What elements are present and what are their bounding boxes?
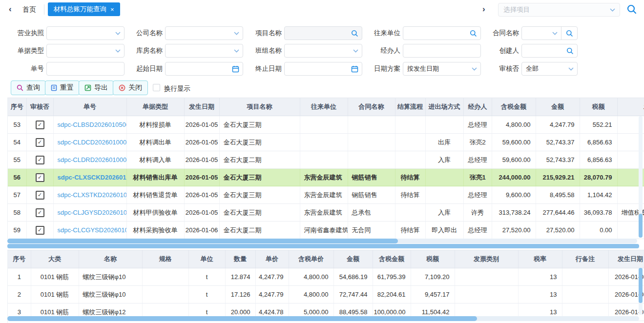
- contract-name-select[interactable]: [521, 26, 578, 40]
- cell: 材料调出单: [126, 134, 184, 151]
- row-checkbox[interactable]: ✓: [36, 191, 44, 200]
- column-header: 金额: [333, 250, 373, 268]
- table-row[interactable]: 20101 钢筋螺纹三级钢φ10t17.1264,247.794,800.007…: [8, 286, 644, 303]
- table-row[interactable]: 57✓sdpc-CLXSTKD20260105材料销售退货单2026-01-05…: [8, 186, 644, 204]
- cell: 54,686.19: [333, 268, 373, 286]
- forward-chevron-icon[interactable]: ›: [482, 4, 485, 14]
- document-no-label: 单号: [6, 62, 44, 76]
- row-checkbox[interactable]: ✓: [36, 173, 44, 182]
- search-icon[interactable]: [561, 30, 577, 37]
- start-date-input[interactable]: [165, 62, 243, 76]
- start-date-label: 起始日期: [125, 62, 163, 76]
- cell: 4,247.79: [536, 116, 580, 134]
- chevron-down-icon[interactable]: [234, 32, 239, 35]
- tab-material-ledger-query[interactable]: 材料总账万能查询 ×: [48, 2, 120, 16]
- horizontal-scrollbar[interactable]: [7, 316, 639, 321]
- back-chevron-icon[interactable]: ‹: [9, 4, 12, 14]
- search-icon[interactable]: [470, 30, 477, 37]
- document-no-input[interactable]: [46, 62, 125, 76]
- project-name-input[interactable]: [284, 26, 362, 40]
- cell: 金石大厦二期: [219, 222, 300, 239]
- audit-status-label: 审核否: [481, 62, 519, 76]
- table-row[interactable]: 55✓sdpc-CLDRD2026010000材料调入单2026-01-05金石…: [8, 151, 644, 169]
- project-select[interactable]: 选择项目: [498, 3, 620, 17]
- reset-button[interactable]: 重置: [45, 81, 80, 95]
- table-row[interactable]: 58✓sdpc-CLJGYSD20260105材料甲供验收单2026-01-05…: [8, 204, 644, 222]
- chevron-down-icon[interactable]: [353, 49, 358, 53]
- wrap-display-checkbox[interactable]: [153, 84, 160, 91]
- row-checkbox[interactable]: ✓: [36, 226, 44, 235]
- calendar-icon[interactable]: [351, 65, 358, 73]
- chevron-down-icon[interactable]: [115, 49, 121, 53]
- tab-divider: [44, 4, 44, 15]
- document-number-link[interactable]: sdpc-CLJGYSD20260105: [58, 209, 127, 216]
- document-number-link[interactable]: sdpc-CLCGYSD20260106: [58, 226, 127, 234]
- vertical-scrollbar[interactable]: [639, 116, 643, 238]
- row-checkbox[interactable]: ✓: [36, 208, 44, 217]
- search-icon[interactable]: [351, 30, 358, 37]
- row-checkbox[interactable]: ✓: [36, 156, 44, 164]
- table-row[interactable]: 54✓sdpc-CLDCD2026010000材料调出单2026-01-05金石…: [8, 134, 644, 151]
- cell: 4,800.00: [289, 268, 333, 286]
- close-button[interactable]: 关闭: [113, 81, 148, 95]
- counterparty-input[interactable]: [403, 26, 481, 40]
- business-license-select[interactable]: [46, 26, 125, 40]
- vertical-scrollbar[interactable]: [639, 268, 643, 315]
- cell: 53: [8, 116, 26, 134]
- cell: 东营金辰建筑: [300, 204, 348, 222]
- cell: sdpc-CLBSD2026010500: [53, 116, 126, 134]
- table-row[interactable]: 59✓sdpc-CLCGYSD20260106材料采购验收单2026-01-06…: [8, 222, 644, 239]
- scrollbar-thumb[interactable]: [7, 239, 398, 243]
- chevron-down-icon[interactable]: [552, 32, 558, 35]
- search-icon[interactable]: [626, 4, 637, 15]
- date-scheme-select[interactable]: 按发生日期: [403, 62, 481, 76]
- cell: 张亮1: [463, 169, 492, 186]
- scrollbar-thumb[interactable]: [7, 316, 477, 321]
- table-row[interactable]: 53✓sdpc-CLBSD2026010500材料报损单2026-01-05金石…: [8, 116, 644, 134]
- chevron-down-icon[interactable]: [115, 32, 121, 35]
- document-number-link[interactable]: sdpc-CLDRD2026010000: [58, 156, 127, 163]
- cell: [300, 116, 348, 134]
- company-name-select[interactable]: [165, 26, 243, 40]
- cell: 59: [8, 222, 26, 239]
- close-icon[interactable]: ×: [110, 6, 114, 13]
- creator-input[interactable]: [521, 44, 578, 58]
- row-checkbox[interactable]: ✓: [36, 121, 44, 129]
- cell: ✓: [26, 204, 53, 222]
- cell: 4,800.00: [492, 116, 536, 134]
- calendar-icon[interactable]: [232, 65, 239, 73]
- column-header: 序号: [8, 250, 31, 268]
- cell: 材料销售退货单: [126, 186, 184, 204]
- tab-home[interactable]: 首页: [22, 5, 36, 14]
- tab-label: 材料总账万能查询: [54, 5, 106, 14]
- table-row[interactable]: 10101 钢筋螺纹三级钢φ10t12.8744,247.794,800.005…: [8, 268, 644, 286]
- row-checkbox[interactable]: ✓: [36, 138, 44, 147]
- chevron-down-icon[interactable]: [472, 67, 477, 71]
- document-number-link[interactable]: sdpc-CLXSTKD20260105: [58, 191, 127, 199]
- chevron-down-icon[interactable]: [610, 8, 615, 12]
- handler-input[interactable]: [403, 44, 481, 58]
- cell: 82,204.61: [373, 286, 411, 303]
- scrollbar-thumb[interactable]: [639, 214, 643, 238]
- cell: 总经理: [463, 186, 492, 204]
- document-type-select[interactable]: [46, 44, 125, 58]
- chevron-down-icon[interactable]: [234, 49, 239, 53]
- table-splitter[interactable]: [7, 244, 639, 248]
- document-number-link[interactable]: sdpc-CLDCD2026010000: [58, 139, 127, 146]
- scrollbar-thumb[interactable]: [639, 268, 643, 303]
- cell: 72,747.44: [333, 286, 373, 303]
- table-row[interactable]: 56✓sdpc-CLXSCKD20260105材料销售出库单2026-01-05…: [8, 169, 644, 186]
- audit-status-select[interactable]: 全部: [521, 62, 578, 76]
- end-date-input[interactable]: [284, 62, 362, 76]
- chevron-down-icon[interactable]: [568, 67, 574, 71]
- export-button[interactable]: 导出: [79, 81, 114, 95]
- document-number-link[interactable]: sdpc-CLXSCKD20260105: [58, 174, 127, 181]
- document-number-link[interactable]: sdpc-CLBSD2026010500: [58, 121, 127, 128]
- warehouse-name-select[interactable]: [165, 44, 243, 58]
- horizontal-scrollbar[interactable]: [7, 239, 637, 243]
- query-button[interactable]: 查询: [11, 81, 46, 95]
- cell: 4,800.00: [289, 286, 333, 303]
- cell: 螺纹三级钢φ10: [79, 268, 142, 286]
- team-name-select[interactable]: [284, 44, 362, 58]
- search-icon[interactable]: [566, 47, 574, 55]
